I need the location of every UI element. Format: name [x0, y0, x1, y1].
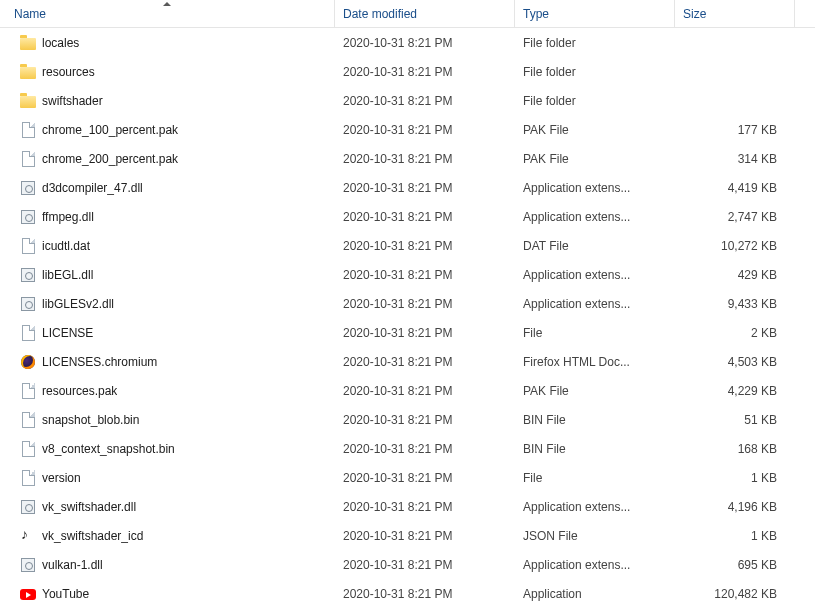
- file-name: locales: [42, 36, 79, 50]
- file-date: 2020-10-31 8:21 PM: [335, 471, 515, 485]
- file-type: Firefox HTML Doc...: [515, 355, 675, 369]
- file-name-cell[interactable]: YouTube: [0, 586, 335, 602]
- file-row[interactable]: chrome_100_percent.pak2020-10-31 8:21 PM…: [0, 115, 815, 144]
- file-row[interactable]: chrome_200_percent.pak2020-10-31 8:21 PM…: [0, 144, 815, 173]
- file-name-cell[interactable]: LICENSES.chromium: [0, 354, 335, 370]
- file-type: BIN File: [515, 442, 675, 456]
- file-type: File: [515, 471, 675, 485]
- file-type: DAT File: [515, 239, 675, 253]
- file-row[interactable]: icudtl.dat2020-10-31 8:21 PMDAT File10,2…: [0, 231, 815, 260]
- file-date: 2020-10-31 8:21 PM: [335, 36, 515, 50]
- file-date: 2020-10-31 8:21 PM: [335, 239, 515, 253]
- file-type: Application: [515, 587, 675, 601]
- column-header-name[interactable]: Name: [0, 0, 335, 27]
- file-name-cell[interactable]: chrome_100_percent.pak: [0, 122, 335, 138]
- file-name-cell[interactable]: d3dcompiler_47.dll: [0, 180, 335, 196]
- file-row[interactable]: vk_swiftshader.dll2020-10-31 8:21 PMAppl…: [0, 492, 815, 521]
- file-date: 2020-10-31 8:21 PM: [335, 268, 515, 282]
- file-name-cell[interactable]: v8_context_snapshot.bin: [0, 441, 335, 457]
- dll-icon: [20, 180, 36, 196]
- file-size: 2,747 KB: [675, 210, 795, 224]
- file-type: File folder: [515, 36, 675, 50]
- file-name: libEGL.dll: [42, 268, 93, 282]
- file-list: Name Date modified Type Size locales2020…: [0, 0, 815, 608]
- file-type: File folder: [515, 94, 675, 108]
- file-row[interactable]: vulkan-1.dll2020-10-31 8:21 PMApplicatio…: [0, 550, 815, 579]
- file-row[interactable]: version2020-10-31 8:21 PMFile1 KB: [0, 463, 815, 492]
- file-name-cell[interactable]: vulkan-1.dll: [0, 557, 335, 573]
- file-name-cell[interactable]: swiftshader: [0, 93, 335, 109]
- column-header-type[interactable]: Type: [515, 0, 675, 27]
- file-name-cell[interactable]: libGLESv2.dll: [0, 296, 335, 312]
- file-icon: [20, 151, 36, 167]
- file-name: vk_swiftshader_icd: [42, 529, 143, 543]
- file-type: BIN File: [515, 413, 675, 427]
- file-name: libGLESv2.dll: [42, 297, 114, 311]
- file-row[interactable]: resources2020-10-31 8:21 PMFile folder: [0, 57, 815, 86]
- file-name: v8_context_snapshot.bin: [42, 442, 175, 456]
- file-row[interactable]: ffmpeg.dll2020-10-31 8:21 PMApplication …: [0, 202, 815, 231]
- file-name-cell[interactable]: resources.pak: [0, 383, 335, 399]
- file-size: 168 KB: [675, 442, 795, 456]
- file-name-cell[interactable]: icudtl.dat: [0, 238, 335, 254]
- file-name: chrome_100_percent.pak: [42, 123, 178, 137]
- file-name-cell[interactable]: locales: [0, 35, 335, 51]
- file-size: 4,196 KB: [675, 500, 795, 514]
- file-row[interactable]: vk_swiftshader_icd2020-10-31 8:21 PMJSON…: [0, 521, 815, 550]
- file-date: 2020-10-31 8:21 PM: [335, 442, 515, 456]
- file-date: 2020-10-31 8:21 PM: [335, 500, 515, 514]
- column-header-date[interactable]: Date modified: [335, 0, 515, 27]
- file-row[interactable]: libEGL.dll2020-10-31 8:21 PMApplication …: [0, 260, 815, 289]
- file-name-cell[interactable]: libEGL.dll: [0, 267, 335, 283]
- file-size: 177 KB: [675, 123, 795, 137]
- file-name-cell[interactable]: vk_swiftshader.dll: [0, 499, 335, 515]
- file-row[interactable]: LICENSE2020-10-31 8:21 PMFile2 KB: [0, 318, 815, 347]
- file-name: vulkan-1.dll: [42, 558, 103, 572]
- file-size: 120,482 KB: [675, 587, 795, 601]
- file-size: 4,503 KB: [675, 355, 795, 369]
- column-header-row: Name Date modified Type Size: [0, 0, 815, 28]
- file-name: chrome_200_percent.pak: [42, 152, 178, 166]
- file-row[interactable]: swiftshader2020-10-31 8:21 PMFile folder: [0, 86, 815, 115]
- file-name: d3dcompiler_47.dll: [42, 181, 143, 195]
- file-date: 2020-10-31 8:21 PM: [335, 297, 515, 311]
- file-row[interactable]: YouTube2020-10-31 8:21 PMApplication120,…: [0, 579, 815, 608]
- file-size: 10,272 KB: [675, 239, 795, 253]
- file-size: 429 KB: [675, 268, 795, 282]
- column-header-size[interactable]: Size: [675, 0, 795, 27]
- file-row[interactable]: d3dcompiler_47.dll2020-10-31 8:21 PMAppl…: [0, 173, 815, 202]
- file-icon: [20, 441, 36, 457]
- file-name-cell[interactable]: snapshot_blob.bin: [0, 412, 335, 428]
- file-name: YouTube: [42, 587, 89, 601]
- file-size: 314 KB: [675, 152, 795, 166]
- file-name-cell[interactable]: chrome_200_percent.pak: [0, 151, 335, 167]
- folder-icon: [20, 35, 36, 51]
- file-name: vk_swiftshader.dll: [42, 500, 136, 514]
- folder-icon: [20, 64, 36, 80]
- file-date: 2020-10-31 8:21 PM: [335, 181, 515, 195]
- file-row[interactable]: LICENSES.chromium2020-10-31 8:21 PMFiref…: [0, 347, 815, 376]
- file-type: PAK File: [515, 152, 675, 166]
- file-name-cell[interactable]: vk_swiftshader_icd: [0, 528, 335, 544]
- file-name: LICENSE: [42, 326, 93, 340]
- file-name: ffmpeg.dll: [42, 210, 94, 224]
- file-row[interactable]: libGLESv2.dll2020-10-31 8:21 PMApplicati…: [0, 289, 815, 318]
- file-name-cell[interactable]: version: [0, 470, 335, 486]
- file-row[interactable]: locales2020-10-31 8:21 PMFile folder: [0, 28, 815, 57]
- file-row[interactable]: snapshot_blob.bin2020-10-31 8:21 PMBIN F…: [0, 405, 815, 434]
- file-icon: [20, 122, 36, 138]
- file-date: 2020-10-31 8:21 PM: [335, 587, 515, 601]
- file-date: 2020-10-31 8:21 PM: [335, 326, 515, 340]
- file-row[interactable]: resources.pak2020-10-31 8:21 PMPAK File4…: [0, 376, 815, 405]
- file-size: 51 KB: [675, 413, 795, 427]
- file-row[interactable]: v8_context_snapshot.bin2020-10-31 8:21 P…: [0, 434, 815, 463]
- file-name-cell[interactable]: ffmpeg.dll: [0, 209, 335, 225]
- file-type: PAK File: [515, 384, 675, 398]
- file-icon: [20, 470, 36, 486]
- file-type: File folder: [515, 65, 675, 79]
- file-icon: [20, 238, 36, 254]
- file-name-cell[interactable]: LICENSE: [0, 325, 335, 341]
- file-size: 695 KB: [675, 558, 795, 572]
- file-size: 4,229 KB: [675, 384, 795, 398]
- file-name-cell[interactable]: resources: [0, 64, 335, 80]
